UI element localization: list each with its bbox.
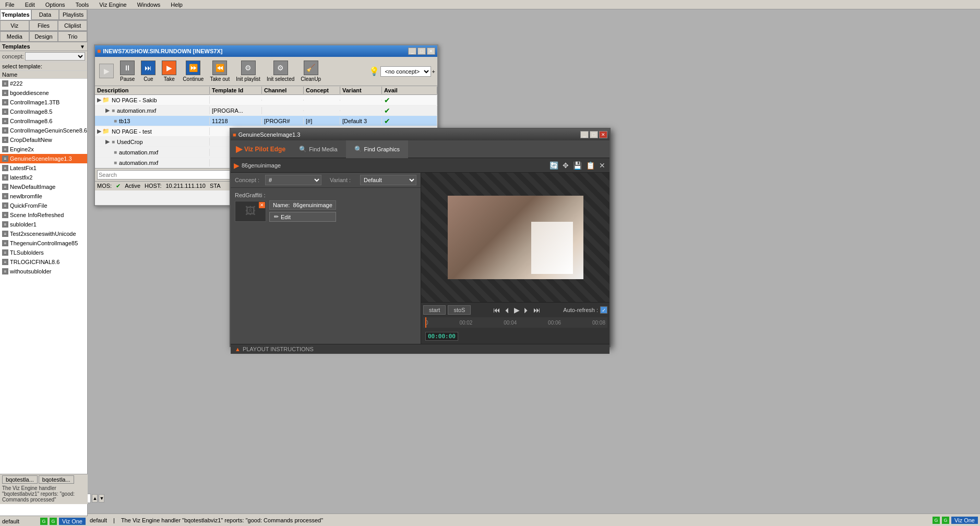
- start-btn[interactable]: start: [423, 305, 446, 315]
- play-icon[interactable]: ▶: [513, 305, 521, 315]
- template-list-item[interactable]: ≡TRLOGICFINAL8.6: [0, 257, 87, 267]
- template-file-icon: ≡: [2, 137, 8, 143]
- template-list-item[interactable]: ≡QuickFromFile: [0, 201, 87, 210]
- rundown-minimize-btn[interactable]: _: [408, 47, 416, 55]
- template-item-name: NewDefaultImage: [10, 184, 55, 190]
- template-list-item[interactable]: ≡withoutsublolder: [0, 267, 87, 276]
- expand-icon[interactable]: ▶: [105, 138, 110, 145]
- genuine-minimize-btn[interactable]: _: [580, 131, 589, 138]
- template-file-icon: ≡: [2, 259, 8, 265]
- status-buttons-row: bqotestla... bqotestla...: [2, 475, 86, 484]
- toolbar-cleanup-btn[interactable]: 🧹 CleanUp: [298, 59, 323, 83]
- close-scene-icon[interactable]: ✕: [598, 160, 606, 171]
- table-row[interactable]: ▶ ■ automation.mxf [PROGRA... ✔: [95, 105, 437, 116]
- tab-viz[interactable]: Viz: [0, 20, 29, 31]
- template-list-item[interactable]: ≡bgoeddiescene: [0, 88, 87, 98]
- expand-icon[interactable]: ▶: [105, 107, 110, 114]
- tab-templates[interactable]: Templates: [0, 9, 31, 20]
- menu-edit[interactable]: Edit: [23, 1, 37, 8]
- toolbar-takeout-btn[interactable]: ⏪ Take out: [208, 59, 232, 83]
- move-icon[interactable]: ✥: [561, 160, 570, 171]
- tab-cliplist[interactable]: Cliplist: [58, 20, 87, 31]
- rundown-close-btn[interactable]: ✕: [427, 47, 435, 55]
- menu-help[interactable]: Help: [169, 1, 185, 8]
- expand-icon[interactable]: ▶: [97, 97, 101, 103]
- timeline[interactable]: 0 00:02 00:04 00:06 00:08: [423, 317, 607, 328]
- rundown-maximize-btn[interactable]: □: [417, 47, 426, 55]
- template-list-item[interactable]: ≡LatestFix1: [0, 163, 87, 173]
- template-list-item[interactable]: ≡latestfix2: [0, 173, 87, 182]
- toolbar-cue-btn[interactable]: ⏭ Cue: [139, 59, 158, 83]
- template-list-item[interactable]: ≡GenuineSceneImage1.3: [0, 154, 87, 163]
- template-list-item[interactable]: ≡Test2xsceneswithUnicode: [0, 229, 87, 238]
- template-list-item[interactable]: ≡ControlImage8.6: [0, 116, 87, 126]
- template-list-item[interactable]: ≡NewDefaultImage: [0, 182, 87, 192]
- template-list-item[interactable]: ≡TLSublolders: [0, 248, 87, 257]
- tab-files[interactable]: Files: [29, 20, 58, 31]
- toolbar-continue-btn[interactable]: ⏩ Continue: [181, 59, 206, 83]
- find-down-btn[interactable]: ▼: [99, 494, 104, 503]
- template-list-item[interactable]: ≡Scene InfoRefreshed: [0, 210, 87, 220]
- nav-tab-find-graphics[interactable]: 🔍 Find Graphics: [346, 140, 408, 158]
- save-icon[interactable]: 💾: [572, 160, 583, 171]
- template-list-item[interactable]: ≡sublolder1: [0, 220, 87, 229]
- row-description: ▶ 📁 NO PAGE - test: [95, 127, 210, 135]
- toolbar-disabled-btn[interactable]: ▶: [97, 63, 116, 80]
- status-btn-1[interactable]: bqotestla...: [2, 475, 38, 484]
- concept-input[interactable]: #: [265, 175, 321, 185]
- nav-tab-find-media[interactable]: 🔍 Find Media: [291, 140, 345, 158]
- template-list-item[interactable]: ≡newlbromfile: [0, 192, 87, 201]
- toolbar-initplaylist-btn[interactable]: ⚙ Init playlist: [234, 59, 262, 83]
- tab-playlists[interactable]: Playlists: [59, 9, 87, 20]
- template-list-item[interactable]: ≡#222: [0, 79, 87, 88]
- menu-viz-engine[interactable]: Viz Engine: [97, 1, 128, 8]
- menu-tools[interactable]: Tools: [74, 1, 91, 8]
- variant-input[interactable]: Default: [360, 175, 416, 185]
- skip-start-icon[interactable]: ⏮: [492, 305, 501, 315]
- find-up-btn[interactable]: ▲: [92, 494, 98, 503]
- template-list-item[interactable]: ≡ControlImageGenuinScene8.6: [0, 126, 87, 135]
- status-btn-2[interactable]: bqotestla...: [39, 475, 74, 484]
- row-variant: [340, 100, 382, 101]
- templates-header: Templates ▼: [0, 42, 87, 51]
- media-thumbnail[interactable]: 🖼 ✕: [235, 201, 266, 222]
- template-file-icon: ≡: [2, 268, 8, 274]
- toolbar-initselected-btn[interactable]: ⚙ Init selected: [265, 59, 296, 83]
- remove-media-btn[interactable]: ✕: [259, 202, 265, 208]
- template-list-item[interactable]: ≡CropDefaultNew: [0, 135, 87, 145]
- disabled-icon: ▶: [99, 64, 114, 78]
- skip-end-icon[interactable]: ⏭: [532, 305, 542, 315]
- table-row[interactable]: ▶ 📁 NO PAGE - Sakib ✔: [95, 95, 437, 105]
- menu-options[interactable]: Options: [43, 1, 67, 8]
- genuine-close-btn[interactable]: ✕: [599, 131, 607, 138]
- media-area: RedGraffiti : 🖼 ✕ Name: 86genuinimage ✏: [231, 188, 421, 344]
- dropdown-arrow-icon[interactable]: ▼: [80, 44, 85, 50]
- tab-media[interactable]: Media: [0, 31, 29, 42]
- copy-icon[interactable]: 📋: [585, 160, 596, 171]
- tab-trio[interactable]: Trio: [58, 31, 87, 42]
- table-row[interactable]: ■ tb13 11218 [PROGR# [#] [Default 3 ✔: [95, 116, 437, 126]
- tab-design[interactable]: Design: [29, 31, 58, 42]
- auto-refresh-checkbox[interactable]: ✓: [600, 306, 607, 314]
- template-file-icon: ≡: [2, 240, 8, 246]
- toolbar-pause-btn[interactable]: ⏸ Pause: [118, 59, 137, 83]
- genuine-restore-btn[interactable]: □: [590, 131, 598, 138]
- stop-btn[interactable]: stoS: [448, 305, 471, 315]
- expand-icon[interactable]: ▶: [97, 128, 101, 135]
- edit-button[interactable]: ✏ Edit: [269, 212, 336, 222]
- template-file-icon: ≡: [2, 174, 8, 181]
- row-name: automation.mxf: [119, 149, 158, 156]
- step-fwd-icon[interactable]: ⏵: [522, 305, 531, 315]
- tab-data[interactable]: Data: [31, 9, 59, 20]
- template-list-item[interactable]: ≡Engine2x: [0, 145, 87, 154]
- concept-select[interactable]: [25, 52, 85, 61]
- template-list-item[interactable]: ≡ControlImage1.3TB: [0, 98, 87, 107]
- menu-file[interactable]: File: [3, 1, 17, 8]
- template-list-item[interactable]: ≡ControlImage8.5: [0, 107, 87, 116]
- menu-windows[interactable]: Windows: [135, 1, 163, 8]
- step-back-icon[interactable]: ⏴: [503, 305, 512, 315]
- template-list-item[interactable]: ≡ThegenuinControlImage85: [0, 238, 87, 248]
- toolbar-take-btn[interactable]: ▶ Take: [160, 59, 178, 83]
- refresh-icon[interactable]: 🔄: [548, 160, 559, 171]
- concept-dropdown[interactable]: <no concept>: [380, 66, 431, 77]
